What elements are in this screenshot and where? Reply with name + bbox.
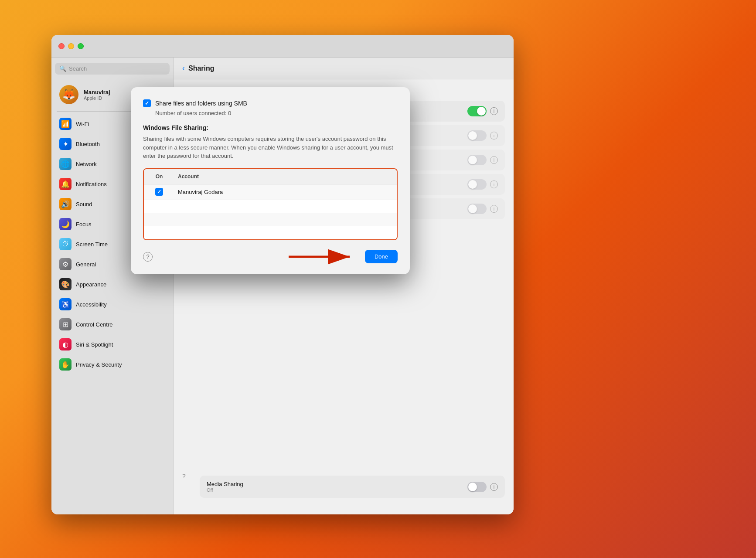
sidebar-label-focus: Focus (76, 221, 91, 228)
sharing-row-4-knob (468, 180, 477, 189)
network-icon: 🌐 (59, 158, 72, 170)
row-on-checkbox[interactable] (144, 188, 174, 196)
sidebar-item-appearance[interactable]: 🎨 Appearance (55, 275, 170, 294)
sidebar-label-general: General (76, 261, 96, 268)
siri-icon: ◐ (59, 338, 72, 350)
file-sharing-toggle[interactable] (467, 106, 487, 116)
windows-sharing-desc: Sharing files with some Windows computer… (143, 135, 398, 160)
accessibility-icon: ♿ (59, 298, 72, 310)
smb-modal: Share files and folders using SMB Number… (131, 87, 410, 274)
sharing-row-2-right: i (467, 130, 498, 141)
media-sharing-row: Media Sharing Off i (200, 476, 505, 498)
empty-row-1 (144, 200, 397, 213)
table-header: On Account (144, 169, 397, 184)
privacy-icon: ✋ (59, 358, 72, 371)
accounts-table: On Account Manuviraj Godara (143, 168, 398, 240)
titlebar (51, 35, 514, 58)
panel-title: Sharing (188, 65, 215, 72)
close-button[interactable] (58, 43, 65, 49)
sidebar-label-sound: Sound (76, 201, 92, 208)
screentime-icon: ⏱ (59, 238, 72, 250)
sharing-row-5-right: i (467, 204, 498, 214)
sidebar-label-siri: Siri & Spotlight (76, 341, 113, 348)
sound-icon: 🔊 (59, 198, 72, 210)
sidebar-label-screentime: Screen Time (76, 241, 108, 248)
sidebar-label-accessibility: Accessibility (76, 301, 107, 308)
sharing-row-3-info[interactable]: i (490, 156, 498, 164)
user-subtitle: Apple ID (84, 95, 110, 101)
search-input-placeholder: Search (69, 65, 87, 72)
user-name: Manuviraj (84, 89, 110, 95)
search-icon: 🔍 (59, 65, 66, 72)
smb-checkbox-row: Share files and folders using SMB (143, 99, 398, 107)
sharing-row-5-knob (468, 204, 477, 213)
sidebar-item-accessibility[interactable]: ♿ Accessibility (55, 295, 170, 314)
traffic-lights (58, 43, 84, 49)
sharing-row-4-right: i (467, 179, 498, 190)
bottom-question: ? (182, 473, 186, 480)
sidebar-label-notifications: Notifications (76, 181, 107, 187)
sharing-row-4-info[interactable]: i (490, 180, 498, 188)
col-account-header: Account (174, 172, 397, 181)
avatar: 🦊 (59, 85, 78, 104)
row-account-name: Manuviraj Godara (174, 187, 397, 197)
account-checkbox[interactable] (155, 188, 163, 196)
modal-footer: ? Done (143, 249, 398, 265)
media-sharing-section: Media Sharing Off i (200, 476, 505, 501)
media-sharing-toggle[interactable] (467, 482, 487, 492)
sidebar-label-privacy: Privacy & Security (76, 361, 122, 368)
footer-right: Done (153, 249, 398, 265)
media-sharing-knob (468, 483, 477, 491)
arrow-icon (289, 249, 358, 265)
minimize-button[interactable] (68, 43, 74, 49)
sharing-row-3-knob (468, 156, 477, 164)
notifications-icon: 🔔 (59, 178, 72, 190)
smb-checkbox[interactable] (143, 99, 151, 107)
connected-count: Number of users connected: 0 (155, 110, 398, 116)
sidebar-label-network: Network (76, 161, 97, 167)
general-icon: ⚙ (59, 258, 72, 270)
file-sharing-info-button[interactable]: i (490, 107, 498, 115)
col-on-header: On (144, 172, 174, 181)
sidebar-label-bluetooth: Bluetooth (76, 141, 100, 147)
media-sharing-info[interactable]: i (490, 483, 498, 491)
sharing-row-2-info[interactable]: i (490, 132, 498, 140)
empty-row-3 (144, 226, 397, 239)
help-button[interactable]: ? (143, 252, 153, 262)
windows-sharing-title: Windows File Sharing: (143, 124, 398, 131)
sidebar-label-appearance: Appearance (76, 281, 106, 288)
sharing-row-5-info[interactable]: i (490, 205, 498, 213)
user-info: Manuviraj Apple ID (84, 89, 110, 101)
file-sharing-right: i (467, 106, 498, 116)
sharing-row-4-toggle[interactable] (467, 179, 487, 190)
media-sharing-status: Off (207, 487, 243, 493)
toggle-knob (477, 107, 486, 116)
sharing-row-2-toggle[interactable] (467, 130, 487, 141)
back-button[interactable]: ‹ (182, 64, 185, 73)
table-row: Manuviraj Godara (144, 184, 397, 200)
sharing-row-2-knob (468, 131, 477, 140)
done-button[interactable]: Done (365, 250, 398, 263)
empty-row-2 (144, 213, 397, 226)
sidebar-item-privacy[interactable]: ✋ Privacy & Security (55, 355, 170, 374)
wifi-icon: 📶 (59, 118, 72, 130)
focus-icon: 🌙 (59, 218, 72, 230)
sidebar-item-controlcentre[interactable]: ⊞ Control Centre (55, 315, 170, 334)
panel-header: ‹ Sharing (174, 58, 514, 79)
appearance-icon: 🎨 (59, 278, 72, 290)
media-sharing-left: Media Sharing Off (207, 481, 243, 493)
sidebar-item-siri[interactable]: ◐ Siri & Spotlight (55, 335, 170, 354)
controlcentre-icon: ⊞ (59, 318, 72, 330)
sidebar-label-wifi: Wi-Fi (76, 121, 89, 127)
bluetooth-icon: ✦ (59, 138, 72, 150)
media-sharing-label: Media Sharing (207, 481, 243, 487)
media-sharing-right: i (467, 482, 498, 492)
sharing-row-3-toggle[interactable] (467, 155, 487, 165)
smb-title: Share files and folders using SMB (155, 100, 247, 107)
maximize-button[interactable] (78, 43, 84, 49)
sidebar-label-controlcentre: Control Centre (76, 321, 113, 328)
search-bar[interactable]: 🔍 Search (55, 63, 170, 75)
sharing-row-5-toggle[interactable] (467, 204, 487, 214)
sharing-row-3-right: i (467, 155, 498, 165)
